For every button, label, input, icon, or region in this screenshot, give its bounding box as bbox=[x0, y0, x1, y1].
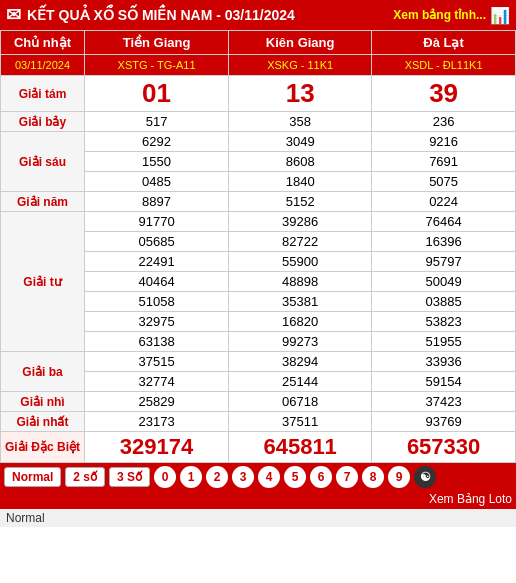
sau-c1-2: 1550 bbox=[85, 152, 229, 172]
sau-c2-1: 3049 bbox=[229, 132, 372, 152]
col-label-header: Chủ nhật bbox=[1, 31, 85, 55]
ba-c2-1: 38294 bbox=[229, 352, 372, 372]
header: ✉ KẾT QUẢ XỔ SỐ MIỀN NAM - 03/11/2024 Xe… bbox=[0, 0, 516, 30]
num-btn-4[interactable]: 4 bbox=[258, 466, 280, 488]
label-dac-biet: Giải Đặc Biệt bbox=[1, 432, 85, 463]
tu-c2-0: 39286 bbox=[229, 212, 372, 232]
header-left: ✉ KẾT QUẢ XỔ SỐ MIỀN NAM - 03/11/2024 bbox=[6, 4, 295, 26]
header-link[interactable]: Xem bảng tỉnh... bbox=[393, 8, 486, 22]
label-ba: Giải ba bbox=[1, 352, 85, 392]
bay-c3: 236 bbox=[372, 112, 516, 132]
tu-c1-3: 40464 bbox=[85, 272, 229, 292]
row-nhi: Giải nhì 25829 06718 37423 bbox=[1, 392, 516, 412]
tam-c3: 39 bbox=[372, 76, 516, 112]
tu-c3-0: 76464 bbox=[372, 212, 516, 232]
tu-c3-2: 95797 bbox=[372, 252, 516, 272]
yin-yang-icon[interactable]: ☯ bbox=[414, 466, 436, 488]
btn-2so[interactable]: 2 số bbox=[65, 467, 105, 487]
tu-c3-4: 03885 bbox=[372, 292, 516, 312]
col2-header: Kiên Giang bbox=[229, 31, 372, 55]
sau-c2-2: 8608 bbox=[229, 152, 372, 172]
lottery-table: Chủ nhật Tiền Giang Kiên Giang Đà Lạt 03… bbox=[0, 30, 516, 463]
tu-c1-5: 32975 bbox=[85, 312, 229, 332]
btn-normal[interactable]: Normal bbox=[4, 467, 61, 487]
ba-c3-1: 33936 bbox=[372, 352, 516, 372]
nhat-c2: 37511 bbox=[229, 412, 372, 432]
row-nam: Giải năm 8897 5152 0224 bbox=[1, 192, 516, 212]
sau-c3-1: 9216 bbox=[372, 132, 516, 152]
col1-header: Tiền Giang bbox=[85, 31, 229, 55]
tu-c1-6: 63138 bbox=[85, 332, 229, 352]
footer-bar: Normal 2 số 3 Số 0 1 2 3 4 5 6 7 8 9 ☯ X… bbox=[0, 463, 516, 509]
header-right[interactable]: Xem bảng tỉnh... 📊 bbox=[393, 6, 510, 25]
nam-c1: 8897 bbox=[85, 192, 229, 212]
nhi-c1: 25829 bbox=[85, 392, 229, 412]
row-nhat: Giải nhất 23173 37511 93769 bbox=[1, 412, 516, 432]
tu-c1-4: 51058 bbox=[85, 292, 229, 312]
nam-c2: 5152 bbox=[229, 192, 372, 212]
xem-bang-loto-link[interactable]: Xem Bảng Loto bbox=[429, 492, 512, 506]
sau-c1-3: 0485 bbox=[85, 172, 229, 192]
tu-c3-6: 51955 bbox=[372, 332, 516, 352]
tu-c2-2: 55900 bbox=[229, 252, 372, 272]
header-row-2: 03/11/2024 XSTG - TG-A11 XSKG - 11K1 XSD… bbox=[1, 55, 516, 76]
nam-c3: 0224 bbox=[372, 192, 516, 212]
num-btn-6[interactable]: 6 bbox=[310, 466, 332, 488]
email-icon: ✉ bbox=[6, 4, 21, 26]
col2-code: XSKG - 11K1 bbox=[229, 55, 372, 76]
label-sau: Giải sáu bbox=[1, 132, 85, 192]
label-bay: Giải bảy bbox=[1, 112, 85, 132]
bay-c2: 358 bbox=[229, 112, 372, 132]
num-btn-9[interactable]: 9 bbox=[388, 466, 410, 488]
dac-biet-c2: 645811 bbox=[229, 432, 372, 463]
dac-biet-c1: 329174 bbox=[85, 432, 229, 463]
sau-c3-3: 5075 bbox=[372, 172, 516, 192]
dac-biet-c3: 657330 bbox=[372, 432, 516, 463]
tu-c1-2: 22491 bbox=[85, 252, 229, 272]
tu-c2-4: 35381 bbox=[229, 292, 372, 312]
status-bar: Normal bbox=[0, 509, 516, 527]
col1-code: XSTG - TG-A11 bbox=[85, 55, 229, 76]
tam-c1: 01 bbox=[85, 76, 229, 112]
sau-c3-2: 7691 bbox=[372, 152, 516, 172]
tam-c2: 13 bbox=[229, 76, 372, 112]
label-nhat: Giải nhất bbox=[1, 412, 85, 432]
nhi-c2: 06718 bbox=[229, 392, 372, 412]
tu-c1-0: 91770 bbox=[85, 212, 229, 232]
num-btn-5[interactable]: 5 bbox=[284, 466, 306, 488]
num-btn-8[interactable]: 8 bbox=[362, 466, 384, 488]
col3-header: Đà Lạt bbox=[372, 31, 516, 55]
status-normal: Normal bbox=[6, 511, 45, 525]
row-tam: Giải tám 01 13 39 bbox=[1, 76, 516, 112]
nhat-c3: 93769 bbox=[372, 412, 516, 432]
label-nam: Giải năm bbox=[1, 192, 85, 212]
tu-c2-1: 82722 bbox=[229, 232, 372, 252]
tu-c2-6: 99273 bbox=[229, 332, 372, 352]
btn-3so[interactable]: 3 Số bbox=[109, 467, 150, 487]
sau-c1-1: 6292 bbox=[85, 132, 229, 152]
row-ba-1: Giải ba 37515 38294 33936 bbox=[1, 352, 516, 372]
label-tam: Giải tám bbox=[1, 76, 85, 112]
num-btn-2[interactable]: 2 bbox=[206, 466, 228, 488]
tu-c3-1: 16396 bbox=[372, 232, 516, 252]
chart-icon: 📊 bbox=[490, 6, 510, 25]
bay-c1: 517 bbox=[85, 112, 229, 132]
num-btn-0[interactable]: 0 bbox=[154, 466, 176, 488]
header-title: KẾT QUẢ XỔ SỐ MIỀN NAM - 03/11/2024 bbox=[27, 7, 295, 23]
label-nhi: Giải nhì bbox=[1, 392, 85, 412]
tu-c2-3: 48898 bbox=[229, 272, 372, 292]
num-btn-3[interactable]: 3 bbox=[232, 466, 254, 488]
row-bay: Giải bảy 517 358 236 bbox=[1, 112, 516, 132]
label-tu: Giải tư bbox=[1, 212, 85, 352]
sau-c2-3: 1840 bbox=[229, 172, 372, 192]
row-dac-biet: Giải Đặc Biệt 329174 645811 657330 bbox=[1, 432, 516, 463]
tu-c3-5: 53823 bbox=[372, 312, 516, 332]
tu-c1-1: 05685 bbox=[85, 232, 229, 252]
tu-c2-5: 16820 bbox=[229, 312, 372, 332]
num-btn-1[interactable]: 1 bbox=[180, 466, 202, 488]
ba-c2-2: 25144 bbox=[229, 372, 372, 392]
num-btn-7[interactable]: 7 bbox=[336, 466, 358, 488]
header-row-1: Chủ nhật Tiền Giang Kiên Giang Đà Lạt bbox=[1, 31, 516, 55]
ba-c3-2: 59154 bbox=[372, 372, 516, 392]
nhi-c3: 37423 bbox=[372, 392, 516, 412]
